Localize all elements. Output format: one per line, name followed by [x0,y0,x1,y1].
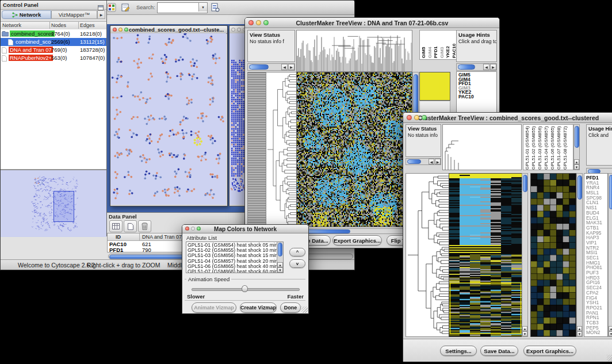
table-row[interactable]: RNAPuberNov2+ 563(0) 107847(0) [1,54,106,62]
column-label[interactable]: GPL51-01 (GSM854) [525,125,530,170]
close-button[interactable] [248,20,254,25]
column-label[interactable]: GIM3 [439,30,445,58]
minimize-button[interactable] [414,115,419,120]
minimize-button[interactable] [191,227,195,231]
overview-viewport[interactable] [53,191,74,222]
minimize-button[interactable] [256,20,261,25]
scroll-down-button[interactable]: ▼ [277,267,283,273]
tv2-row-dendrogram-canvas[interactable] [406,173,449,337]
scroll-up-button[interactable]: ▲ [609,326,612,331]
treeview1-titlebar[interactable]: ClusterMaker TreeView : DNA and Tran 07-… [245,18,499,28]
tab-vizmapper[interactable]: VizMapper™ [51,10,97,19]
minimize-button[interactable] [118,28,123,32]
close-button[interactable] [113,28,117,32]
tv1-row-dendrogram-canvas[interactable] [266,72,297,227]
column-label[interactable]: GIM4 [427,30,433,58]
tv1-heatmap-hscrollbar[interactable] [296,228,412,234]
column-label[interactable]: GPL51-04 (GSM857) [544,125,549,170]
tv2-heatmap-vscrollbar[interactable]: ▲ ▼ [522,173,528,337]
column-label[interactable]: GPL51-07 (GSM868) [556,125,561,170]
scroll-down-button[interactable]: ▼ [522,331,527,336]
attribute-select-icon[interactable] [109,220,123,232]
column-label[interactable]: GIM5 [421,30,426,58]
tv2-genes-vscrollbar[interactable]: ▲ ▼ [608,173,612,337]
tv2-zoom-heatmap-canvas[interactable] [530,173,576,337]
search-dropdown-button[interactable]: ▼ [198,3,207,12]
column-label[interactable]: GPL51-03 (GSM856) [537,125,542,170]
gene-label[interactable]: MON2 [586,330,607,335]
tv1-column-dendrogram-canvas[interactable] [296,30,412,72]
tab-overflow-button[interactable]: ▶ [97,10,105,19]
scrollbar-thumb[interactable] [609,175,612,209]
search-input[interactable] [158,3,200,12]
dialog-titlebar[interactable]: Map Colors to Network [182,225,308,233]
scroll-right-button[interactable]: ▶ [490,64,496,70]
attribute-browser-icon[interactable] [209,2,221,13]
table-row-selected[interactable]: combined_sco 2569(6) 13112(15) [1,38,106,46]
table-row[interactable]: DNA and Tran 07 769(0) 183728(0) [1,46,106,54]
scrollbar-thumb[interactable] [577,175,582,200]
gene-label[interactable]: PAC10 [458,95,496,99]
scroll-right-button[interactable]: ▶ [288,64,294,70]
scrollbar-thumb[interactable] [575,126,579,148]
scroll-down-button[interactable]: ▼ [574,164,579,170]
attrlist-vscrollbar[interactable]: ▲ ▼ [277,242,283,273]
scroll-left-button[interactable]: ◀ [281,64,288,70]
tv2-zoom-vscrollbar[interactable]: ▲ ▼ [576,173,583,337]
scrollbar-thumb[interactable] [249,64,269,70]
scrollbar-thumb[interactable] [458,64,475,70]
scroll-left-button[interactable]: ◀ [429,159,434,164]
scroll-up-button[interactable]: ▲ [277,262,283,267]
table-row[interactable]: combined_scores 2764(0) 16218(0) [1,30,106,38]
col-edges[interactable]: Edges [80,22,95,28]
save-data-button[interactable]: Save Data... [480,346,518,356]
scrollbar-thumb[interactable] [278,243,282,256]
tv2-global-heatmap-canvas[interactable] [449,173,522,337]
settings-button[interactable]: Settings... [440,346,477,356]
tv2-status-hscrollbar[interactable]: ◀ ▶ [406,158,441,165]
scroll-up-button[interactable]: ▲ [577,326,582,331]
tv1-hints-hscrollbar[interactable]: ◀ ▶ [456,63,497,71]
treeview2-titlebar[interactable]: ClusterMaker TreeView : combined_scores_… [403,113,612,123]
delete-attribute-icon[interactable] [138,220,151,232]
animation-speed-slider-thumb[interactable] [242,285,248,292]
tv2-column-dendrogram-canvas[interactable] [442,124,522,170]
export-graphics-button[interactable]: Export Graphics... [523,346,576,356]
scroll-down-button[interactable]: ▼ [609,331,612,336]
tv1-global-heatmap-canvas[interactable] [296,72,412,227]
animate-vizmap-button[interactable]: Animate Vizmap [192,302,236,313]
minimize-button[interactable] [237,28,241,32]
scrollbar-thumb[interactable] [523,175,527,192]
column-label[interactable]: GPL51-06 (GSM865) [550,125,555,170]
new-attribute-icon[interactable] [124,220,137,232]
zoom-button[interactable] [422,115,427,120]
attribute-listbox[interactable]: GPL51-01 (GSM854) heat shock 05 minGPL51… [186,242,284,273]
scroll-down-button[interactable]: ▼ [577,331,582,336]
resize-grip[interactable] [607,355,612,361]
scroll-up-button[interactable]: ▲ [574,159,579,164]
close-button[interactable] [185,227,189,231]
vizmapper-icon[interactable] [105,2,118,13]
column-label[interactable]: GPL51-02 (GSM855) [531,125,536,170]
tv2-labels-vscrollbar[interactable]: ▲ ▼ [573,124,580,170]
tv1-status-hscrollbar[interactable]: ◀ ▶ [247,63,295,71]
done-button[interactable]: Done [280,302,301,313]
attribute-item[interactable]: GPL51-07 (GSM868) heat shock 60 min [186,269,283,273]
tab-network[interactable]: Network [2,10,51,19]
tv1-zoom-heatmap-canvas[interactable] [419,72,450,101]
zoom-button[interactable] [124,28,128,32]
close-button[interactable] [231,28,235,32]
network-canvas[interactable] [110,33,226,205]
scrollbar-thumb[interactable] [407,159,421,164]
move-up-button[interactable]: ^ [289,248,305,256]
col-nodes[interactable]: Nodes [51,22,66,28]
move-down-button[interactable]: v [289,259,305,268]
col-network[interactable]: Network [2,22,21,28]
tv2-gene-list[interactable]: PFD1YRA1RNR4MSL1SPC98CLN1NIS1BUD4ELG1MAK… [584,173,608,337]
zoom-button[interactable] [263,20,269,25]
create-vizmap-button[interactable]: Create Vizmap [240,302,277,313]
column-label[interactable]: GPL51-08 (GSM872) [563,125,568,170]
tv1-row-label-strip[interactable] [247,72,266,227]
scroll-left-button[interactable]: ◀ [483,64,489,70]
col-id[interactable]: ID [116,234,121,240]
